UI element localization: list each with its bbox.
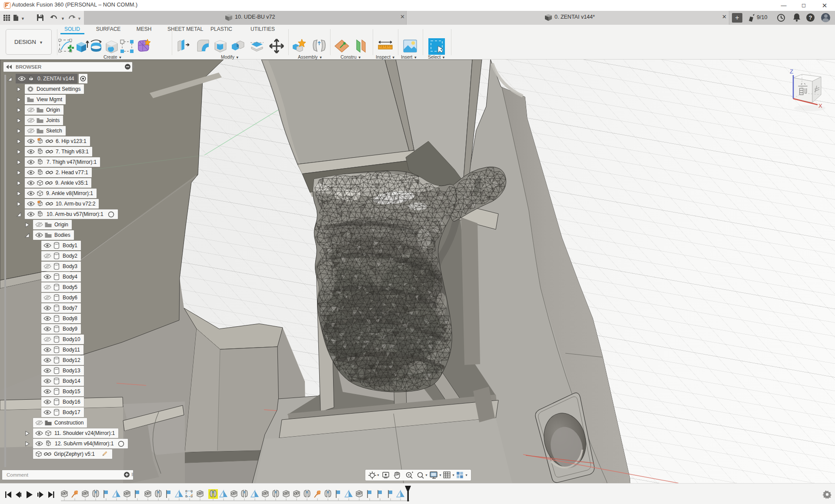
svg-text:Z: Z (790, 68, 793, 75)
svg-text:X: X (818, 103, 822, 109)
